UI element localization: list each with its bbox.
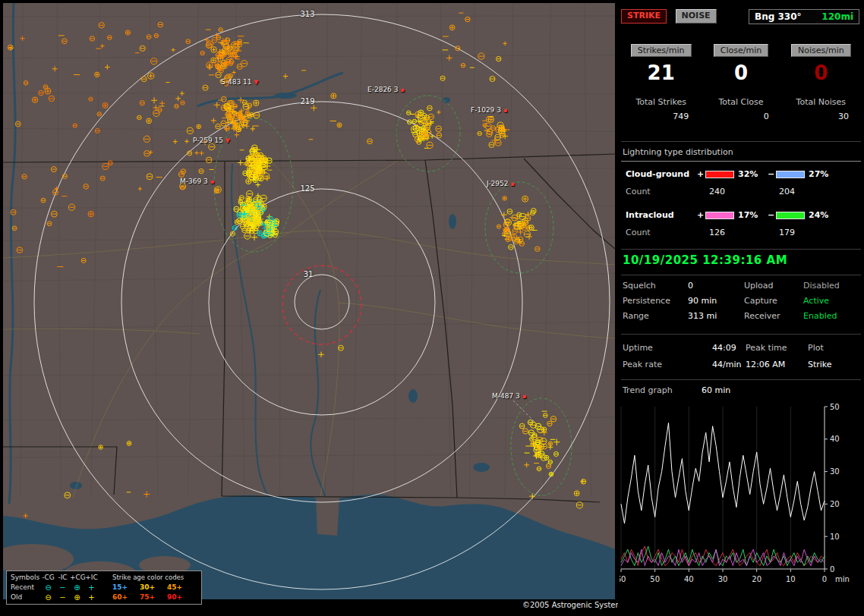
ic-minus-percent: 24% [809,210,837,220]
capture-value: Active [803,296,861,311]
settings-grid: Squelch 0 Upload Disabled Persistence 90… [621,281,861,326]
svg-text:min: min [835,575,850,583]
legend-col-neg-ic: -IC [55,573,70,583]
ic-plus-percent: 17% [738,210,766,220]
status-sidebar: STRIKE NOISE Bng 330° 120mi Strikes/min … [618,0,862,616]
cg-plus-bar [705,171,734,178]
noises-per-min-value: 0 [781,61,861,85]
minus-sign: − [766,169,776,179]
plus-sign: + [695,169,705,179]
cg-minus-count: 204 [779,187,795,196]
plot-value: Strike [808,360,861,376]
cloud-ground-label: Cloud-ground [626,169,695,179]
ic-plus-bar [705,212,734,219]
age-codes-title: Strike age color codes [112,573,197,583]
old-neg-ic-icon: − [55,593,70,602]
svg-text:60: 60 [620,575,626,583]
old-pos-ic-icon: + [84,593,99,602]
svg-text:20: 20 [830,500,840,508]
stats-grid: Uptime 44:09 Peak time Plot Peak rate 44… [621,343,861,376]
svg-text:0: 0 [822,575,827,583]
total-strikes-value: 749 [621,112,701,121]
age-code-45: 45+ [167,583,194,592]
old-neg-cg-icon: ⊖ [41,593,55,602]
cg-plus-percent: 32% [738,169,766,179]
range-value: 313 mi [688,311,744,326]
legend-col-neg-cg: -CG [41,573,55,583]
squelch-label: Squelch [623,281,688,296]
squelch-value: 0 [688,281,744,296]
upload-label: Upload [744,281,803,296]
legend-col-pos-cg: +CG [70,573,84,583]
divider [621,334,861,335]
age-code-60: 60+ [112,592,140,602]
old-pos-cg-icon: ⊕ [70,593,84,602]
current-datetime: 10/19/2025 12:39:16 AM [621,253,861,272]
recent-pos-ic-icon: + [84,583,99,592]
uptime-label: Uptime [623,343,712,360]
close-per-min-button[interactable]: Close/min [714,44,768,57]
strikes-per-min-value: 21 [621,61,701,85]
recent-neg-cg-icon: ⊖ [41,583,55,592]
count-label: Count [626,228,709,237]
bearing-distance: 120mi [821,11,853,22]
uptime-value: 44:09 [712,343,746,360]
peak-time-value: 12:06 AM [746,360,808,376]
trend-graph-header: Trend graph 60 min [621,385,861,395]
ic-minus-bar [776,212,805,219]
trend-graph-chart: 6050403020100min01020304050 [620,402,861,592]
ic-plus-count: 126 [709,228,779,237]
legend-symbols-title: Symbols [11,573,41,583]
svg-text:10: 10 [830,533,840,541]
copyright-text: ©2005 Astrogenic Systems [522,601,626,609]
persistence-label: Persistence [623,296,688,311]
bearing-display: Bng 330° 120mi [749,9,859,24]
upload-value: Disabled [803,281,861,296]
svg-text:50: 50 [650,575,660,583]
cloud-ground-row: Cloud-ground + 32% − 27% [621,168,861,180]
age-code-90: 90+ [167,592,194,602]
svg-text:0: 0 [830,565,834,574]
legend-recent-label: Recent [11,583,41,592]
cg-minus-percent: 27% [809,169,837,179]
noises-per-min-button[interactable]: Noises/min [791,44,851,57]
svg-text:20: 20 [752,575,762,583]
ic-minus-count: 179 [779,228,795,237]
svg-text:50: 50 [830,403,840,411]
persistence-value: 90 min [688,296,744,311]
rate-value-row: 21 0 0 [621,61,861,85]
lightning-map[interactable]: 31321912531S-483 11 ▼E-2826 3 ▪F-1029 3 … [3,3,615,599]
total-close-value: 0 [701,112,780,121]
intracloud-count-row: Count 126 179 [621,228,861,237]
divider [621,379,861,380]
map-canvas[interactable] [3,3,615,599]
age-code-75: 75+ [140,592,167,602]
total-close-label: Total Close [701,97,780,107]
noise-indicator-button[interactable]: NOISE [676,9,717,24]
receiver-value: Enabled [803,311,861,326]
map-legend: Symbols -CG -IC +CG +IC Recent ⊖ − ⊕ + O… [6,570,202,605]
peak-time-label: Peak time [746,343,808,360]
totals-value-row: 749 0 30 [621,112,861,121]
trend-graph-label: Trend graph [623,385,702,395]
trend-graph-duration: 60 min [702,385,730,395]
strikes-per-min-button[interactable]: Strikes/min [631,44,692,57]
minus-sign: − [766,210,776,220]
range-label: Range [623,311,688,326]
cloud-ground-count-row: Count 240 204 [621,187,861,196]
strike-indicator-button[interactable]: STRIKE [621,9,667,24]
svg-text:10: 10 [786,575,796,583]
svg-text:40: 40 [684,575,694,583]
divider [621,249,861,250]
legend-old-label: Old [11,592,41,602]
age-code-30: 30+ [140,583,167,592]
intracloud-label: Intracloud [626,210,695,220]
distribution-title: Lightning type distribution [621,147,861,162]
receiver-label: Receiver [744,311,803,326]
plot-label: Plot [808,343,861,360]
legend-symbols: Symbols -CG -IC +CG +IC Recent ⊖ − ⊕ + O… [11,573,106,602]
peak-rate-value: 44/min [712,360,746,376]
peak-rate-label: Peak rate [623,360,712,376]
svg-text:40: 40 [830,435,840,443]
close-per-min-value: 0 [701,61,780,85]
